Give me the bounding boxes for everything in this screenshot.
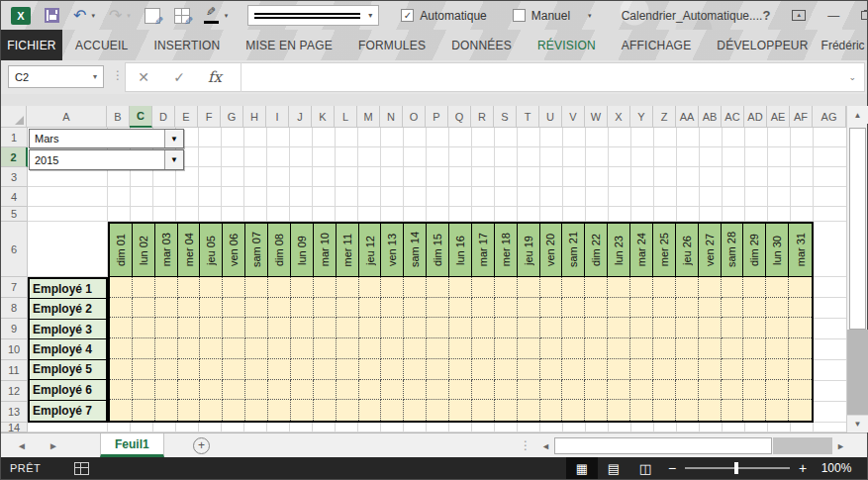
grid-cell-I14[interactable] bbox=[267, 423, 290, 432]
schedule-cell[interactable] bbox=[178, 298, 201, 319]
schedule-cell[interactable] bbox=[268, 359, 291, 380]
schedule-cell[interactable] bbox=[200, 277, 223, 298]
schedule-cell[interactable] bbox=[155, 400, 178, 421]
ribbon-tab-affichage[interactable]: AFFICHAGE bbox=[609, 30, 704, 60]
row-header-3[interactable]: 3 bbox=[1, 167, 28, 187]
grid-cell-A3[interactable] bbox=[28, 167, 108, 187]
schedule-cell[interactable] bbox=[676, 277, 699, 298]
day-header-cell[interactable]: lun 16 bbox=[449, 224, 472, 277]
row-header-7[interactable]: 7 bbox=[1, 277, 28, 298]
schedule-cell[interactable] bbox=[359, 359, 382, 380]
grid-cell-AD5[interactable] bbox=[745, 207, 768, 222]
schedule-cell[interactable] bbox=[110, 318, 133, 338]
grid-cell-O4[interactable] bbox=[404, 187, 427, 207]
grid-cell-Z2[interactable] bbox=[654, 147, 677, 167]
schedule-cell[interactable] bbox=[337, 298, 359, 319]
schedule-cell[interactable] bbox=[518, 359, 540, 380]
schedule-cell[interactable] bbox=[449, 298, 472, 319]
grid-cell-F5[interactable] bbox=[199, 207, 222, 222]
schedule-cell[interactable] bbox=[449, 400, 472, 421]
formula-bar-grip[interactable]: ⋮ bbox=[112, 68, 124, 82]
schedule-cell[interactable] bbox=[585, 318, 608, 338]
schedule-cell[interactable] bbox=[676, 298, 699, 319]
grid-cell-AF3[interactable] bbox=[791, 167, 814, 187]
day-header-cell[interactable]: sam 28 bbox=[722, 224, 744, 277]
column-header-E[interactable]: E bbox=[175, 106, 198, 128]
schedule-cell[interactable] bbox=[200, 298, 223, 319]
schedule-cell[interactable] bbox=[337, 380, 359, 401]
horizontal-scrollbar[interactable]: ◄ ► bbox=[538, 436, 848, 455]
grid-cell-S4[interactable] bbox=[495, 187, 518, 207]
day-header-cell[interactable]: jeu 05 bbox=[200, 224, 223, 277]
grid-cell-N1[interactable] bbox=[381, 128, 404, 147]
employee-name-cell[interactable]: Employé 7 bbox=[30, 401, 106, 421]
schedule-cell[interactable] bbox=[245, 318, 268, 338]
schedule-cell[interactable] bbox=[133, 359, 155, 380]
column-header-M[interactable]: M bbox=[357, 106, 380, 128]
grid-cell-C14[interactable] bbox=[131, 423, 153, 432]
schedule-cell[interactable] bbox=[630, 277, 653, 298]
grid-cell-E5[interactable] bbox=[176, 207, 199, 222]
grid-cell-F4[interactable] bbox=[199, 187, 222, 207]
schedule-cell[interactable] bbox=[699, 277, 722, 298]
day-header-cell[interactable]: mar 10 bbox=[314, 224, 337, 277]
schedule-cell[interactable] bbox=[766, 338, 789, 359]
schedule-cell[interactable] bbox=[427, 318, 449, 338]
grid-cell-AF14[interactable] bbox=[791, 423, 814, 432]
schedule-cell[interactable] bbox=[766, 298, 789, 319]
scroll-right-icon[interactable]: ► bbox=[833, 436, 848, 455]
schedule-cell[interactable] bbox=[518, 338, 540, 359]
grid-cell-W1[interactable] bbox=[586, 128, 609, 147]
restore-icon[interactable] bbox=[861, 11, 868, 20]
grid-cell-AD1[interactable] bbox=[745, 128, 768, 147]
schedule-cell[interactable] bbox=[676, 380, 699, 401]
schedule-cell[interactable] bbox=[518, 318, 540, 338]
grid-cell-I5[interactable] bbox=[267, 207, 290, 222]
grid-cell-S14[interactable] bbox=[495, 423, 518, 432]
schedule-cell[interactable] bbox=[245, 277, 268, 298]
grid-cell-O3[interactable] bbox=[404, 167, 427, 187]
grid-cell-AG7[interactable] bbox=[814, 277, 846, 298]
grid-cell-G3[interactable] bbox=[222, 167, 244, 187]
grid-cell-R3[interactable] bbox=[472, 167, 495, 187]
column-header-F[interactable]: F bbox=[198, 106, 221, 128]
grid-cell-Z14[interactable] bbox=[654, 423, 677, 432]
schedule-cell[interactable] bbox=[449, 380, 472, 401]
grid-cell-R4[interactable] bbox=[472, 187, 495, 207]
schedule-cell[interactable] bbox=[245, 359, 268, 380]
insert-function-icon[interactable]: fx bbox=[197, 68, 233, 86]
grid-cell-H4[interactable] bbox=[244, 187, 267, 207]
grid-cell-AC1[interactable] bbox=[723, 128, 745, 147]
column-header-T[interactable]: T bbox=[517, 106, 539, 128]
schedule-cell[interactable] bbox=[314, 338, 337, 359]
grid-cell-R14[interactable] bbox=[472, 423, 495, 432]
name-box[interactable]: C2 ▾ bbox=[8, 65, 104, 88]
ribbon-display-options-icon[interactable]: ▲ bbox=[792, 10, 806, 21]
month-dropdown[interactable]: Mars ▼ bbox=[29, 129, 184, 148]
schedule-cell[interactable] bbox=[743, 359, 766, 380]
grid-cell-AG9[interactable] bbox=[814, 319, 846, 339]
schedule-cell[interactable] bbox=[653, 380, 676, 401]
schedule-cell[interactable] bbox=[178, 338, 201, 359]
schedule-cell[interactable] bbox=[337, 400, 359, 421]
ribbon-tab-fichier[interactable]: FICHIER bbox=[1, 30, 62, 60]
column-header-X[interactable]: X bbox=[608, 106, 630, 128]
schedule-cell[interactable] bbox=[314, 298, 337, 319]
schedule-cell[interactable] bbox=[427, 277, 449, 298]
grid-cell-AF2[interactable] bbox=[791, 147, 814, 167]
day-header-cell[interactable]: lun 02 bbox=[133, 224, 155, 277]
schedule-cell[interactable] bbox=[722, 380, 744, 401]
grid-cell-T1[interactable] bbox=[518, 128, 540, 147]
schedule-cell[interactable] bbox=[314, 380, 337, 401]
schedule-cell[interactable] bbox=[427, 359, 449, 380]
grid-cell-AD3[interactable] bbox=[745, 167, 768, 187]
grid-cell-AG3[interactable] bbox=[814, 167, 846, 187]
schedule-cell[interactable] bbox=[291, 400, 314, 421]
day-header-cell[interactable]: jeu 12 bbox=[359, 224, 382, 277]
horizontal-scrollbar-thumb[interactable] bbox=[554, 437, 772, 454]
grid-cell-G14[interactable] bbox=[222, 423, 244, 432]
schedule-cell[interactable] bbox=[110, 380, 133, 401]
macro-record-icon[interactable] bbox=[74, 462, 89, 475]
day-header-cell[interactable]: mer 18 bbox=[495, 224, 518, 277]
grid-cell-R1[interactable] bbox=[472, 128, 495, 147]
